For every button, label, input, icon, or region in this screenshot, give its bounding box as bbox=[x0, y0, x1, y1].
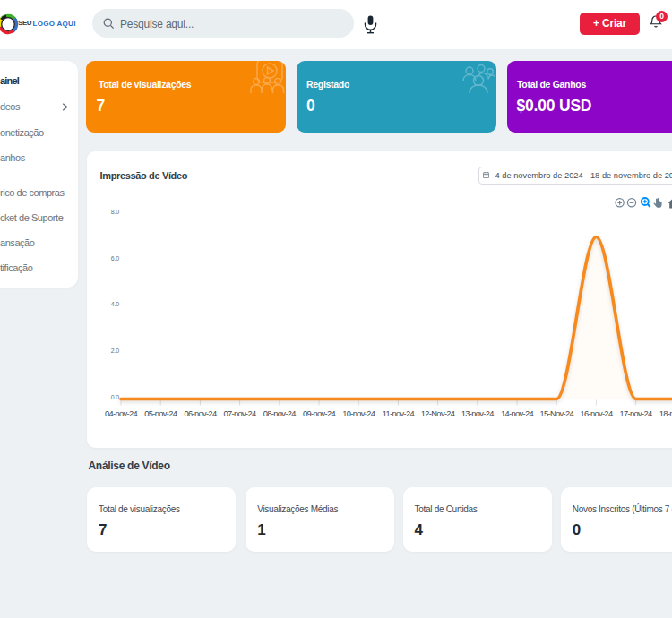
svg-text:11-nov-24: 11-nov-24 bbox=[383, 408, 415, 417]
svg-text:13-nov-24: 13-nov-24 bbox=[461, 408, 494, 417]
svg-text:8.0: 8.0 bbox=[111, 208, 119, 214]
svg-text:0.0: 0.0 bbox=[111, 393, 119, 399]
svg-text:14-nov-24: 14-nov-24 bbox=[501, 408, 533, 417]
svg-text:07-nov-24: 07-nov-24 bbox=[224, 408, 256, 417]
svg-text:04-nov-24: 04-nov-24 bbox=[105, 408, 137, 417]
svg-text:09-nov-24: 09-nov-24 bbox=[303, 408, 335, 417]
svg-text:06-nov-24: 06-nov-24 bbox=[184, 408, 216, 417]
svg-text:05-nov-24: 05-nov-24 bbox=[144, 408, 177, 417]
svg-text:18-nov-24: 18-nov-24 bbox=[659, 408, 672, 417]
svg-text:2.0: 2.0 bbox=[111, 348, 119, 354]
svg-text:15-Nov-24: 15-Nov-24 bbox=[539, 408, 573, 417]
svg-text:08-nov-24: 08-nov-24 bbox=[263, 408, 296, 417]
svg-text:6.0: 6.0 bbox=[111, 254, 119, 261]
svg-text:4.0: 4.0 bbox=[111, 301, 119, 307]
svg-text:17-nov-24: 17-nov-24 bbox=[620, 408, 652, 417]
svg-text:12-Nov-24: 12-Nov-24 bbox=[421, 408, 455, 417]
svg-text:10-nov-24: 10-nov-24 bbox=[342, 408, 375, 417]
svg-text:16-nov-24: 16-nov-24 bbox=[580, 408, 612, 417]
